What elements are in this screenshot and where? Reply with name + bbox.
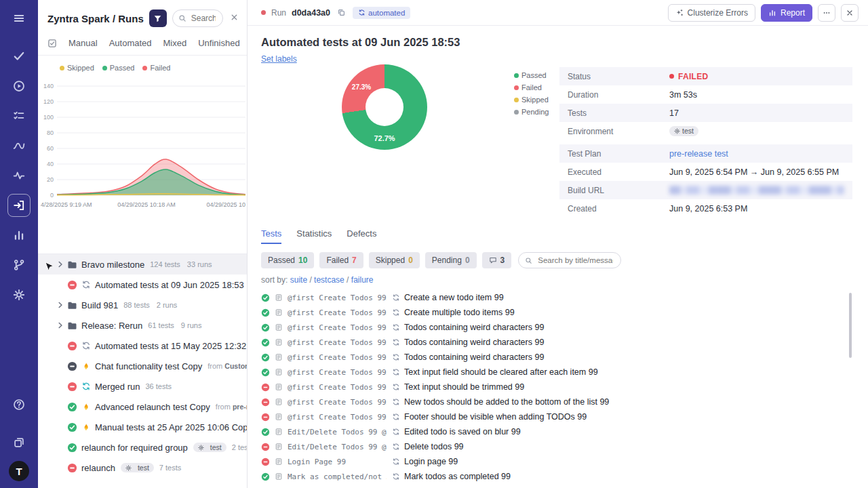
runs-tab-unfinished[interactable]: Unfinished [198,38,239,48]
test-row[interactable]: Edit/Delete Todos 99 @…Delete todos 99 [248,439,868,454]
tree-run[interactable]: relaunchtest7 tests [38,458,247,478]
filter-chip-failed[interactable]: Failed7 [319,252,363,268]
tab-statistics[interactable]: Statistics [296,228,332,244]
clusterize-errors-button[interactable]: Clusterize Errors [668,4,755,22]
nav-git-branch[interactable] [7,253,31,277]
nav-help-circle[interactable] [7,393,31,416]
status-passed-icon [67,422,77,432]
nav-play-circle[interactable] [7,75,31,98]
tests-scrollbar[interactable] [849,293,852,358]
set-labels-link[interactable]: Set labels [261,54,297,64]
test-row[interactable]: Edit/Delete Todos 99 @…Edited todo is sa… [248,424,868,439]
help-circle-icon [13,399,25,411]
filter-chip-passed[interactable]: Passed10 [261,252,314,268]
nav-menu[interactable] [7,7,31,30]
runs-tab-automated[interactable]: Automated [109,38,152,48]
test-row[interactable]: @first Create Todos 99…Create multiple t… [248,305,868,320]
test-suite: @first Create Todos 99… [288,353,387,362]
detail-created: CreatedJun 9, 2025 6:53 PM [559,199,852,218]
automated-icon [81,280,91,289]
sort-link-testcase[interactable]: testcase [314,275,344,285]
tests-search[interactable] [518,252,621,268]
filter-button[interactable] [149,9,167,27]
automated-icon [392,413,400,421]
close-run-button[interactable] [841,4,859,22]
select-all-icon[interactable] [47,39,57,48]
svg-text:120: 120 [43,98,54,105]
test-row[interactable]: @first Create Todos 99…Todos containing … [248,320,868,335]
nav-line-chart[interactable] [7,134,31,157]
legend-item-skipped[interactable]: Skipped [514,96,549,104]
copy-run-id-button[interactable] [336,7,347,18]
runs-tab-mixed[interactable]: Mixed [163,38,187,48]
test-case-icon [275,472,283,481]
chevron-slot[interactable] [56,260,67,269]
more-actions-button[interactable] [818,4,835,22]
filter-chip-skipped[interactable]: Skipped0 [369,252,420,268]
test-row[interactable]: @first Create Todos 99…Footer should be … [248,409,868,424]
test-plan-link[interactable]: pre-release test [669,149,728,159]
filter-chip-comments[interactable]: 3 [482,252,512,268]
nav-check[interactable] [7,45,31,68]
nav-activity[interactable] [7,164,31,187]
tree-run[interactable]: Advanced relaunch test Copyfrom pre-rele… [38,396,247,417]
tree-run[interactable]: Automated tests at 15 May 2025 12:32from… [38,336,247,356]
env-badge: test [193,443,226,453]
nav-box-arrow[interactable] [7,194,31,217]
report-button[interactable]: Report [761,4,812,22]
runs-search[interactable] [172,9,223,27]
test-suite: Edit/Delete Todos 99 @… [288,428,387,436]
nav-list-check[interactable] [7,104,31,127]
test-row[interactable]: @first Create Todos 99…Todos containing … [248,335,868,350]
test-row[interactable]: Login Page 99Login page 99 [248,454,868,469]
tree-item-meta: 2 runs [157,301,178,309]
run-source: from Custom Selection [208,362,247,370]
automated-icon [392,353,400,361]
legend-item-passed[interactable]: Passed [514,71,549,79]
sparkle-icon [675,9,684,17]
tab-defects[interactable]: Defects [347,228,376,244]
legend-item-failed[interactable]: Failed [514,83,549,92]
tree-run[interactable]: Automated tests at 09 Jun 2025 18:53from… [38,274,247,295]
test-row[interactable]: @first Create Todos 99…Create a new todo… [248,290,868,305]
tree-run[interactable]: Manual tests at 25 Apr 2025 10:06 Copyfr… [38,417,247,437]
tree-run[interactable]: relaunch for required grouptest2 tests [38,437,247,458]
tree-item-meta: 36 tests [145,382,172,390]
automated-badge-label: automated [368,9,405,17]
automated-icon [392,338,400,346]
sort-link-suite[interactable]: suite [290,275,307,285]
timeline-legend: SkippedPassedFailed [38,56,247,72]
tree-folder[interactable]: Build 98188 tests2 runs [38,295,247,315]
legend-item-failed[interactable]: Failed [142,64,170,72]
chevron-slot[interactable] [56,300,67,310]
chevron-slot[interactable] [56,321,67,330]
logo-t[interactable]: T [9,461,29,481]
tree-run[interactable]: Merged run36 tests [38,376,247,396]
tests-search-input[interactable] [536,256,614,265]
automated-icon [392,293,400,302]
filter-chip-pending[interactable]: Pending0 [425,252,477,268]
tree-item-label: Build 981 [81,300,118,310]
nav-stack[interactable] [7,431,31,454]
runs-search-input[interactable] [190,13,217,24]
runs-tab-manual[interactable]: Manual [68,38,98,48]
tree-run[interactable]: Chat functionality test Copyfrom Custom … [38,356,247,376]
legend-item-skipped[interactable]: Skipped [60,64,94,72]
tab-tests[interactable]: Tests [261,228,281,244]
env-badge: test [121,463,154,473]
nav-bar-chart[interactable] [7,224,31,247]
legend-item-pending[interactable]: Pending [514,108,549,116]
sort-link-failure[interactable]: failure [351,275,374,285]
tree-folder[interactable]: Bravo milestone124 tests33 runs [38,254,247,274]
nav-gear[interactable] [7,283,31,306]
test-row[interactable]: Mark as completed/not …Mark todos as com… [248,469,868,484]
legend-item-passed[interactable]: Passed [102,64,135,72]
test-row[interactable]: @first Create Todos 99…Text input field … [248,365,868,380]
status-passed-icon [261,323,270,332]
tree-folder[interactable]: Release: Rerun61 tests9 runs [38,315,247,336]
test-row[interactable]: @first Create Todos 99…Todos containing … [248,350,868,365]
panel-close-button[interactable] [229,12,240,25]
test-row[interactable]: @first Create Todos 99…New todos should … [248,394,868,409]
test-row[interactable]: @first Create Todos 99…Text input should… [248,380,868,394]
status-passed-icon [261,338,270,347]
